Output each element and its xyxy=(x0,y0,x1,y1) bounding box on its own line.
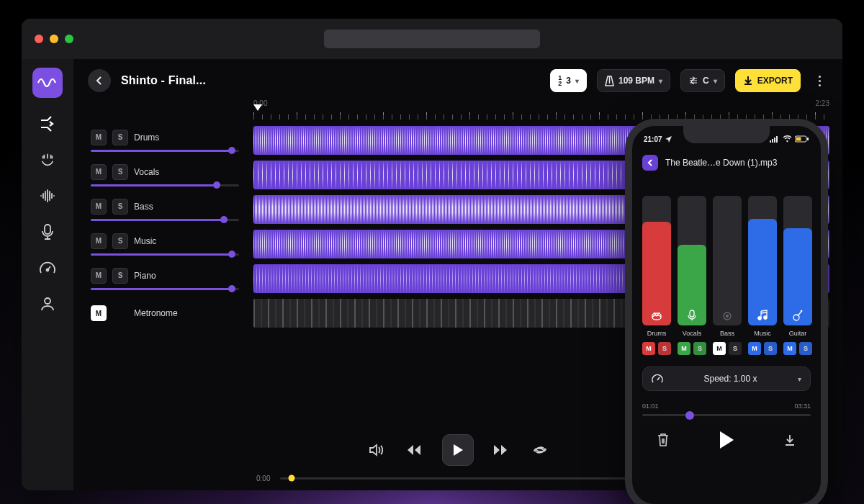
chevron-down-icon: ▾ xyxy=(714,77,717,85)
address-bar[interactable] xyxy=(324,30,540,48)
solo-button[interactable]: S xyxy=(112,199,128,215)
track-name: Metronome xyxy=(134,308,178,318)
split-icon[interactable] xyxy=(37,114,58,134)
phone-mockup: 21:07 The Beatle…e Down (1).mp3 Drums M … xyxy=(625,119,828,504)
drums-icon xyxy=(642,311,671,321)
mute-button[interactable]: M xyxy=(783,342,796,355)
stem-level-bar[interactable] xyxy=(748,196,777,325)
solo-button[interactable]: S xyxy=(112,233,128,249)
bpm-dropdown[interactable]: 109 BPM ▾ xyxy=(597,69,670,92)
svg-rect-11 xyxy=(690,310,694,317)
key-dropdown[interactable]: C ▾ xyxy=(680,69,725,92)
track-name: Vocals xyxy=(134,167,159,177)
solo-button[interactable]: S xyxy=(658,342,671,355)
stem-column: Bass M S xyxy=(713,196,742,355)
solo-button[interactable]: S xyxy=(112,130,128,145)
volume-slider[interactable] xyxy=(91,288,239,290)
volume-slider[interactable] xyxy=(91,184,239,186)
download-icon xyxy=(743,76,753,86)
stem-level-bar[interactable] xyxy=(642,196,671,325)
solo-button[interactable]: S xyxy=(729,342,742,355)
mute-button[interactable]: M xyxy=(91,268,107,284)
track-name: Music xyxy=(134,236,156,246)
phone-header: The Beatle…e Down (1).mp3 xyxy=(632,149,821,176)
mute-button[interactable]: M xyxy=(91,199,107,215)
close-icon[interactable] xyxy=(35,35,43,43)
treble-clef-icon xyxy=(688,76,698,86)
location-icon xyxy=(665,136,672,143)
waveform-icon xyxy=(37,76,58,90)
stem-level-bar[interactable] xyxy=(713,196,742,325)
solo-button[interactable]: S xyxy=(112,164,128,180)
solo-button[interactable]: S xyxy=(112,268,128,284)
time-end: 2:23 xyxy=(816,99,829,107)
guitar-icon xyxy=(783,310,812,321)
stem-label: Drums xyxy=(647,330,667,337)
timesig-dropdown[interactable]: 123 ▾ xyxy=(550,69,587,92)
rewind-button[interactable] xyxy=(403,438,426,462)
mute-button[interactable]: M xyxy=(678,342,690,355)
track-name: Piano xyxy=(134,271,156,281)
mute-button[interactable]: M xyxy=(91,130,107,145)
seek-bar[interactable]: 0:00 xyxy=(256,474,660,482)
track-name: Bass xyxy=(134,202,153,212)
phone-clock: 21:07 xyxy=(644,135,662,143)
svg-rect-8 xyxy=(796,138,801,141)
battery-icon xyxy=(795,135,809,143)
signal-icon xyxy=(770,136,780,143)
svg-point-14 xyxy=(758,317,761,320)
phone-seek[interactable]: 01:01 03:31 xyxy=(642,402,811,416)
mic-icon[interactable] xyxy=(37,222,58,242)
solo-button[interactable]: S xyxy=(764,342,777,355)
mute-button[interactable]: M xyxy=(91,305,107,321)
more-menu[interactable] xyxy=(811,76,828,86)
volume-slider[interactable] xyxy=(91,150,239,152)
play-button[interactable] xyxy=(442,434,474,466)
mute-button[interactable]: M xyxy=(91,164,107,180)
mute-button[interactable]: M xyxy=(713,342,726,355)
phone-time-end: 03:31 xyxy=(794,402,811,410)
stem-level-bar[interactable] xyxy=(678,196,706,325)
stem-column: Vocals M S xyxy=(678,196,706,355)
equalizer-icon[interactable] xyxy=(37,186,58,206)
track-name: Drums xyxy=(134,132,159,143)
solo-button[interactable]: S xyxy=(799,342,812,355)
back-button[interactable] xyxy=(88,69,111,92)
solo-button[interactable]: S xyxy=(693,342,706,355)
mute-button[interactable]: M xyxy=(748,342,761,355)
volume-button[interactable] xyxy=(364,438,387,462)
phone-back-button[interactable] xyxy=(642,155,658,171)
mute-button[interactable]: M xyxy=(642,342,655,355)
music-icon xyxy=(748,310,777,321)
minimize-icon[interactable] xyxy=(50,35,58,43)
phone-seek-handle[interactable] xyxy=(685,411,694,420)
stem-level-bar[interactable] xyxy=(783,196,812,325)
stem-column: Drums M S xyxy=(642,196,671,355)
forward-button[interactable] xyxy=(490,438,513,462)
phone-time-start: 01:01 xyxy=(642,402,659,410)
maximize-icon[interactable] xyxy=(65,35,73,43)
app-logo[interactable] xyxy=(32,68,63,98)
stem-column: Music M S xyxy=(748,196,777,355)
volume-slider[interactable] xyxy=(91,253,239,256)
user-icon[interactable] xyxy=(37,294,58,314)
export-button[interactable]: EXPORT xyxy=(735,69,801,92)
mute-button[interactable]: M xyxy=(91,233,107,249)
trash-button[interactable] xyxy=(657,433,670,447)
stem-label: Music xyxy=(754,330,771,337)
gauge-icon[interactable] xyxy=(37,258,58,278)
brush-icon[interactable] xyxy=(37,150,58,170)
phone-title: The Beatle…e Down (1).mp3 xyxy=(665,158,777,168)
loop-button[interactable] xyxy=(528,438,552,462)
playhead-icon[interactable] xyxy=(253,104,262,111)
svg-rect-5 xyxy=(774,138,775,143)
bass-icon xyxy=(713,311,742,321)
speed-dropdown[interactable]: Speed: 1.00 x ▾ xyxy=(642,366,811,391)
phone-transport xyxy=(632,431,821,449)
stem-column: Guitar M S xyxy=(783,196,812,355)
phone-download-button[interactable] xyxy=(783,433,796,446)
phone-play-button[interactable] xyxy=(719,431,734,449)
phone-notch xyxy=(683,126,770,143)
seek-handle[interactable] xyxy=(289,475,295,482)
volume-slider[interactable] xyxy=(91,219,239,221)
